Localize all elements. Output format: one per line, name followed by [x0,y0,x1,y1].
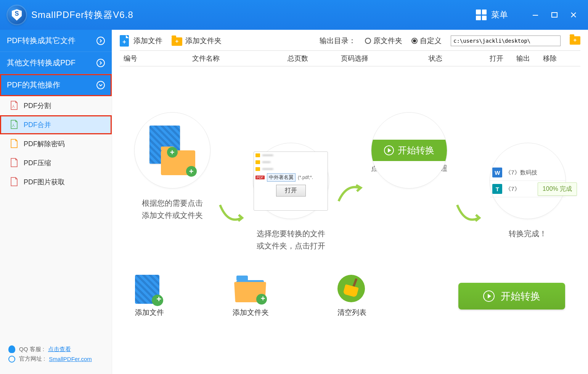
folder-plus-icon [172,35,182,47]
arrow-icon [216,201,247,224]
tutorial-step-3: 开始转换 点击【开始转换】按钮 [371,112,447,174]
col-status: 状态 [429,54,490,63]
sidebar-item-label: PDF合并 [24,120,51,129]
pdf-icon [10,177,18,187]
qq-link[interactable]: 点击查看 [48,346,71,353]
col-pages: 总页数 [288,54,341,63]
arrow-icon [453,201,484,224]
chevron-right-icon [96,59,105,67]
browse-folder-button[interactable] [570,36,580,45]
radio-custom-folder[interactable]: 自定义 [411,36,442,46]
globe-icon [8,356,15,363]
menu-label: 菜单 [491,9,508,21]
sidebar-item-label: PDF分割 [24,101,51,110]
sidebar-item-pdf-split[interactable]: 人 PDF分割 [0,96,112,115]
maximize-button[interactable] [548,8,561,22]
svg-rect-1 [552,13,557,17]
minimize-button[interactable] [529,8,542,22]
sidebar-cat-pdf-other-ops[interactable]: PDF的其他操作 [0,74,112,96]
radio-icon [411,38,418,44]
chevron-right-icon [96,37,105,45]
col-no: 编号 [124,54,192,63]
output-dir-label: 输出目录： [320,36,356,46]
tutorial-step-1: + + 根据您的需要点击 添加文件或文件夹 [134,112,210,221]
website-link[interactable]: SmallPDFer.com [49,356,92,362]
add-file-button[interactable]: 添加文件 [120,35,162,47]
col-open: 打开 [490,54,516,63]
radio-original-folder[interactable]: 原文件夹 [365,36,402,46]
col-name: 文件名称 [192,54,288,63]
tutorial-illustration: + + 根据您的需要点击 添加文件或文件夹 ━━━━ ━━━ ━━━━ PDF中… [120,66,580,267]
add-folder-button[interactable]: 添加文件夹 [172,35,222,47]
table-header: 编号 文件名称 总页数 页码选择 状态 打开 输出 移除 [120,50,580,66]
qq-icon [8,345,15,353]
pdf-icon [10,158,18,168]
done-badge: 100% 完成 [538,182,577,196]
play-icon [483,290,495,302]
arrow-icon [335,182,365,205]
sidebar: PDF转换成其它文件 其他文件转换成PDF PDF的其他操作 人 PDF分割 人… [0,30,112,374]
app-title: SmallPDFer转换器V6.8 [31,9,133,21]
sidebar-item-pdf-merge[interactable]: 人 PDF合并 [0,115,112,134]
output-path-input[interactable] [451,35,561,46]
sidebar-item-label: PDF压缩 [24,158,51,168]
titlebar: SmallPDFer转换器V6.8 菜单 [0,0,588,30]
col-output: 输出 [516,54,543,63]
bottom-action-bar: + 添加文件 + 添加文件夹 清空列表 开始转换 [120,267,580,329]
pdf-icon [10,139,18,149]
close-button[interactable] [567,8,580,22]
sidebar-item-pdf-compress[interactable]: PDF压缩 [0,153,112,172]
col-remove: 移除 [543,54,566,63]
content-area: 添加文件 添加文件夹 输出目录： 原文件夹 自定义 编号 文件名称 总页数 [112,30,588,374]
sidebar-item-pdf-unlock[interactable]: PDF解除密码 [0,134,112,153]
bottom-add-folder-button[interactable]: + 添加文件夹 [233,275,269,318]
start-convert-button[interactable]: 开始转换 [458,283,565,310]
radio-icon [365,38,371,44]
sidebar-footer: QQ 客服 : 点击查看 官方网址 : SmallPDFer.com [0,338,112,374]
sidebar-item-label: PDF解除密码 [24,139,65,148]
col-select: 页码选择 [341,54,429,63]
menu-grid-icon [476,10,487,20]
toolbar: 添加文件 添加文件夹 输出目录： 原文件夹 自定义 [120,35,580,47]
app-logo-icon [8,6,26,24]
main-menu-button[interactable]: 菜单 [476,9,508,21]
svg-text:人: 人 [12,124,15,127]
tutorial-step-4: W《7》数码技 T《7》 100% 完成 转换完成！ [490,143,566,240]
app-logo-wrap: SmallPDFer转换器V6.8 [8,6,133,24]
chevron-down-icon [96,81,105,89]
sidebar-item-pdf-extract-image[interactable]: PDF图片获取 [0,172,112,192]
bottom-clear-list-button[interactable]: 清空列表 [337,275,366,318]
sidebar-cat-pdf-to-other[interactable]: PDF转换成其它文件 [0,30,112,52]
svg-text:人: 人 [12,105,15,108]
tutorial-step-2: ━━━━ ━━━ ━━━━ PDF中外著名翼(*.pdf;*. 打开 选择您要转… [253,143,329,252]
sidebar-cat-other-to-pdf[interactable]: 其他文件转换成PDF [0,52,112,74]
sidebar-item-label: PDF图片获取 [24,177,65,187]
file-plus-icon [120,35,130,47]
dialog-open-button: 打开 [276,185,306,197]
bottom-add-file-button[interactable]: + 添加文件 [135,275,164,318]
pdf-icon: 人 [10,120,18,130]
pdf-icon: 人 [10,101,18,111]
